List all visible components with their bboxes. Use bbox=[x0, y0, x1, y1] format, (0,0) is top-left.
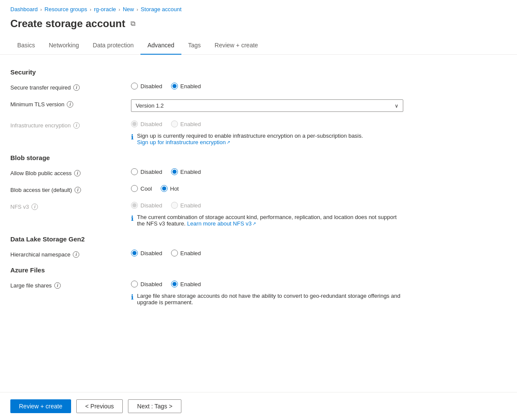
nfs-v3-radio-group: Disabled Enabled bbox=[131, 202, 403, 209]
breadcrumb-sep-4: › bbox=[137, 7, 138, 12]
blob-storage-title: Blob storage bbox=[10, 154, 403, 161]
breadcrumb-sep-3: › bbox=[118, 7, 120, 12]
breadcrumb-sep-1: › bbox=[40, 7, 42, 12]
nfs-v3-row: NFS v3 i Disabled Enabled bbox=[10, 202, 403, 227]
secure-transfer-control: Disabled Enabled bbox=[131, 83, 403, 90]
content-area: Security Secure transfer required i Disa… bbox=[0, 55, 414, 324]
secure-transfer-info-icon[interactable]: i bbox=[73, 84, 80, 91]
hierarchical-ns-enabled[interactable]: Enabled bbox=[171, 250, 201, 256]
blob-section: Blob storage Allow Blob public access i … bbox=[10, 154, 403, 227]
infra-encryption-radio-group: Disabled Enabled bbox=[131, 120, 403, 127]
large-file-shares-control: Disabled Enabled ℹ Large file share stor… bbox=[131, 281, 403, 306]
min-tls-info-icon[interactable]: i bbox=[67, 101, 73, 108]
blob-access-tier-row: Blob access tier (default) i Cool Hot bbox=[10, 185, 403, 193]
azure-files-section: Azure Files Large file shares i Disabled bbox=[10, 266, 403, 306]
infra-encryption-row: Infrastructure encryption i Disabled Ena… bbox=[10, 120, 403, 145]
hierarchical-ns-control: Disabled Enabled bbox=[131, 250, 403, 256]
breadcrumb: Dashboard › Resource groups › rg-oracle … bbox=[0, 0, 517, 16]
blob-access-tier-label: Blob access tier (default) i bbox=[10, 185, 131, 193]
nfs-info-icon: ℹ bbox=[131, 214, 134, 222]
hierarchical-ns-label: Hierarchical namespace i bbox=[10, 250, 131, 258]
breadcrumb-new[interactable]: New bbox=[123, 6, 134, 12]
hierarchical-ns-info-icon[interactable]: i bbox=[73, 251, 79, 258]
large-file-shares-enabled[interactable]: Enabled bbox=[171, 281, 201, 287]
tab-networking[interactable]: Networking bbox=[42, 37, 86, 55]
data-lake-section: Data Lake Storage Gen2 Hierarchical name… bbox=[10, 235, 403, 258]
large-file-info-icon: ℹ bbox=[131, 293, 134, 301]
blob-public-access-disabled[interactable]: Disabled bbox=[131, 168, 162, 175]
infra-encryption-info-banner: ℹ Sign up is currently required to enabl… bbox=[131, 133, 403, 145]
tab-data-protection[interactable]: Data protection bbox=[86, 37, 140, 55]
nfs-v3-label: NFS v3 i bbox=[10, 202, 131, 210]
blob-access-tier-info-icon[interactable]: i bbox=[75, 187, 81, 193]
page-header: Create storage account ⧉ bbox=[0, 16, 517, 37]
hierarchical-ns-row: Hierarchical namespace i Disabled Enable… bbox=[10, 250, 403, 258]
infra-encryption-enabled[interactable]: Enabled bbox=[171, 120, 201, 127]
infra-encryption-control: Disabled Enabled ℹ Sign up is currently … bbox=[131, 120, 403, 145]
blob-public-access-info-icon[interactable]: i bbox=[74, 170, 81, 176]
info-icon: ℹ bbox=[131, 133, 134, 141]
tab-bar: Basics Networking Data protection Advanc… bbox=[0, 37, 517, 55]
blob-public-access-row: Allow Blob public access i Disabled Enab… bbox=[10, 168, 403, 176]
blob-access-tier-cool[interactable]: Cool bbox=[131, 185, 152, 192]
hierarchical-ns-radio-group: Disabled Enabled bbox=[131, 250, 403, 256]
nfs-v3-info-banner: ℹ The current combination of storage acc… bbox=[131, 214, 403, 227]
security-title: Security bbox=[10, 68, 403, 76]
nfs-v3-learn-more-link[interactable]: Learn more about NFS v3 ↗ bbox=[187, 220, 256, 227]
data-lake-title: Data Lake Storage Gen2 bbox=[10, 235, 403, 243]
breadcrumb-rg-oracle[interactable]: rg-oracle bbox=[94, 6, 116, 12]
security-section: Security Secure transfer required i Disa… bbox=[10, 68, 403, 145]
secure-transfer-radio-group: Disabled Enabled bbox=[131, 83, 403, 90]
secure-transfer-enabled[interactable]: Enabled bbox=[171, 83, 201, 90]
min-tls-control: Version 1.2 ∨ bbox=[131, 99, 403, 112]
page-title: Create storage account bbox=[10, 18, 125, 30]
infra-encryption-signup-link[interactable]: Sign up for infrastructure encryption ↗ bbox=[137, 139, 230, 145]
tab-basics[interactable]: Basics bbox=[10, 37, 42, 55]
large-file-shares-label: Large file shares i bbox=[10, 281, 131, 289]
tab-advanced[interactable]: Advanced bbox=[140, 37, 181, 55]
min-tls-row: Minimum TLS version i Version 1.2 ∨ bbox=[10, 99, 403, 112]
min-tls-value: Version 1.2 bbox=[136, 102, 164, 109]
breadcrumb-dashboard[interactable]: Dashboard bbox=[10, 6, 38, 12]
blob-access-tier-radio-group: Cool Hot bbox=[131, 185, 403, 192]
blob-public-access-enabled[interactable]: Enabled bbox=[171, 168, 201, 175]
breadcrumb-resource-groups[interactable]: Resource groups bbox=[44, 6, 87, 12]
infra-encryption-info-icon[interactable]: i bbox=[73, 122, 80, 129]
azure-files-title: Azure Files bbox=[10, 266, 403, 274]
chevron-down-icon: ∨ bbox=[395, 103, 399, 109]
blob-public-access-radio-group: Disabled Enabled bbox=[131, 168, 403, 175]
secure-transfer-label: Secure transfer required i bbox=[10, 83, 131, 91]
large-file-shares-disabled[interactable]: Disabled bbox=[131, 281, 162, 287]
copy-icon[interactable]: ⧉ bbox=[131, 20, 135, 28]
infra-encryption-label: Infrastructure encryption i bbox=[10, 120, 131, 129]
nfs-v3-info-icon[interactable]: i bbox=[31, 204, 38, 210]
blob-public-access-control: Disabled Enabled bbox=[131, 168, 403, 175]
min-tls-label: Minimum TLS version i bbox=[10, 99, 131, 108]
nfs-v3-control: Disabled Enabled ℹ The current combinati… bbox=[131, 202, 403, 227]
tab-tags[interactable]: Tags bbox=[181, 37, 208, 55]
nfs-v3-enabled[interactable]: Enabled bbox=[171, 202, 201, 209]
large-file-shares-info-banner: ℹ Large file share storage accounts do n… bbox=[131, 293, 403, 306]
large-file-shares-info-icon[interactable]: i bbox=[54, 282, 61, 289]
breadcrumb-sep-2: › bbox=[90, 7, 91, 12]
blob-access-tier-hot[interactable]: Hot bbox=[161, 185, 179, 192]
blob-access-tier-control: Cool Hot bbox=[131, 185, 403, 192]
secure-transfer-row: Secure transfer required i Disabled Enab… bbox=[10, 83, 403, 91]
external-link-icon: ↗ bbox=[227, 140, 230, 145]
blob-public-access-label: Allow Blob public access i bbox=[10, 168, 131, 176]
breadcrumb-storage-account[interactable]: Storage account bbox=[141, 6, 182, 12]
large-file-shares-row: Large file shares i Disabled Enabled bbox=[10, 281, 403, 306]
min-tls-select[interactable]: Version 1.2 ∨ bbox=[131, 99, 403, 112]
large-file-shares-radio-group: Disabled Enabled bbox=[131, 281, 403, 287]
nfs-external-link-icon: ↗ bbox=[252, 221, 256, 226]
nfs-v3-disabled[interactable]: Disabled bbox=[131, 202, 162, 209]
infra-encryption-disabled[interactable]: Disabled bbox=[131, 120, 162, 127]
secure-transfer-disabled[interactable]: Disabled bbox=[131, 83, 162, 90]
hierarchical-ns-disabled[interactable]: Disabled bbox=[131, 250, 162, 256]
tab-review-create[interactable]: Review + create bbox=[208, 37, 265, 55]
